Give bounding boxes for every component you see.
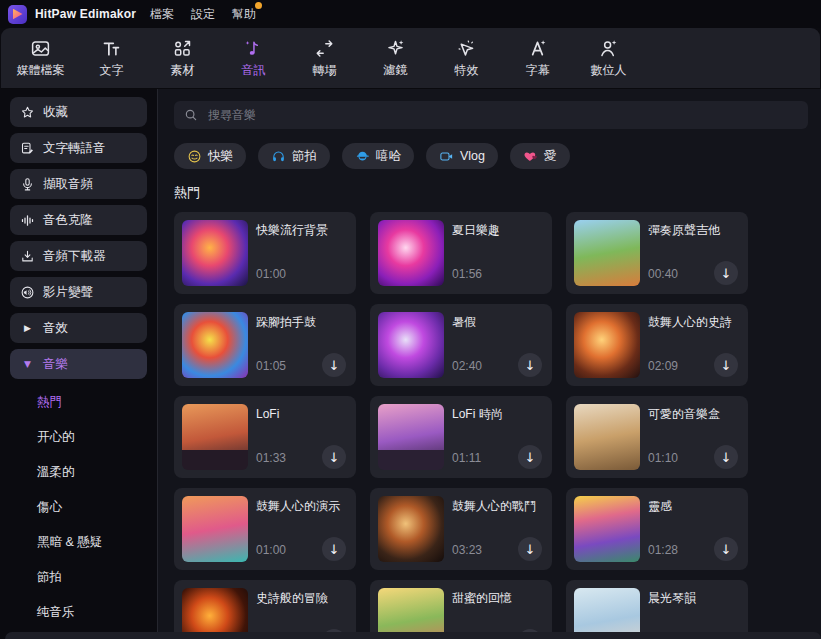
filter-chip-嘻哈[interactable]: 嘻哈 (342, 143, 414, 169)
download-icon: ↓ (329, 450, 340, 465)
download-button[interactable]: ↓ (518, 445, 542, 469)
music-category-开心的[interactable]: 开心的 (10, 420, 147, 455)
download-button[interactable]: ↓ (518, 537, 542, 561)
music-card[interactable]: 史詩般的冒險 01:30↓ (174, 580, 356, 639)
toolbar-item-label: 文字 (100, 62, 124, 79)
music-card[interactable]: 鼓舞人心的演示 01:00↓ (174, 488, 356, 570)
download-button[interactable]: ↓ (322, 537, 346, 561)
search-input[interactable] (206, 107, 798, 123)
toolbar-item-特效[interactable]: 特效 (431, 38, 502, 79)
sidebar-item-收藏[interactable]: 收藏 (10, 97, 147, 127)
sidebar-item-擷取音頻[interactable]: 擷取音頻 (10, 169, 147, 199)
sidebar-item-影片變聲[interactable]: 影片變聲 (10, 277, 147, 307)
sidebar-group-label: 音效 (43, 320, 68, 337)
text-icon (101, 38, 122, 59)
sidebar-item-音頻下載器[interactable]: 音頻下載器 (10, 241, 147, 271)
music-thumbnail (574, 496, 640, 562)
top-toolbar: 媒體檔案 文字 素材 音訊 轉場 濾鏡 特效 字幕 數位人 (1, 28, 820, 89)
download-button[interactable]: ↓ (714, 261, 738, 285)
music-card[interactable]: LoFi 01:33↓ (174, 396, 356, 478)
toolbar-item-媒體檔案[interactable]: 媒體檔案 (5, 38, 76, 79)
music-category-節拍[interactable]: 節拍 (10, 560, 147, 595)
music-card[interactable]: 夏日樂趣 01:56 (370, 212, 552, 294)
toolbar-item-label: 媒體檔案 (17, 62, 65, 79)
chevron-right-icon: ▶ (20, 323, 35, 333)
search-bar[interactable] (174, 101, 808, 129)
sidebar-group-音效[interactable]: ▶ 音效 (10, 313, 147, 343)
download-icon: ↓ (329, 358, 340, 373)
filter-chip-Vlog[interactable]: Vlog (426, 143, 498, 169)
music-thumbnail (574, 312, 640, 378)
voice-clone-icon (20, 213, 35, 228)
mic-icon (20, 177, 35, 192)
filter-chip-快樂[interactable]: 快樂 (174, 143, 246, 169)
bottom-panel-edge (5, 632, 821, 639)
sidebar-item-音色克隆[interactable]: 音色克隆 (10, 205, 147, 235)
filter-chip-愛[interactable]: 愛 (510, 143, 570, 169)
media-icon (30, 38, 51, 59)
download-icon: ↓ (721, 266, 732, 281)
sidebar-item-label: 音頻下載器 (43, 248, 106, 265)
music-card[interactable]: 鼓舞人心的史詩 02:09↓ (566, 304, 748, 386)
download-button[interactable]: ↓ (322, 353, 346, 377)
sidebar-group-音樂[interactable]: ▼ 音樂 (10, 349, 147, 379)
music-category-黑暗 & 懸疑[interactable]: 黑暗 & 懸疑 (10, 525, 147, 560)
title-bar: HitPaw Edimakor 檔案設定幫助 (0, 0, 821, 28)
sidebar-item-label: 文字轉語音 (43, 140, 106, 157)
toolbar-item-label: 音訊 (242, 62, 266, 79)
menu-bar: 檔案設定幫助 (150, 6, 256, 23)
download-icon: ↓ (525, 542, 536, 557)
app-title: HitPaw Edimakor (35, 7, 136, 21)
menu-item-1[interactable]: 設定 (191, 6, 215, 23)
filter-chip-label: 快樂 (208, 148, 233, 165)
music-card[interactable]: 可愛的音樂盒 01:10↓ (566, 396, 748, 478)
music-duration: 00:40 (648, 267, 678, 281)
menu-item-0[interactable]: 檔案 (150, 6, 174, 23)
filter-sparkle-icon (385, 38, 406, 59)
star-icon (20, 105, 35, 120)
download-button[interactable]: ↓ (714, 353, 738, 377)
download-button[interactable]: ↓ (518, 353, 542, 377)
music-thumbnail (378, 220, 444, 286)
download-button[interactable]: ↓ (714, 445, 738, 469)
toolbar-item-label: 數位人 (591, 62, 627, 79)
video-camera-icon (439, 149, 454, 164)
download-button[interactable]: ↓ (322, 445, 346, 469)
toolbar-item-文字[interactable]: 文字 (76, 38, 147, 79)
music-category-纯音乐[interactable]: 纯音乐 (10, 595, 147, 630)
filter-chip-節拍[interactable]: 節拍 (258, 143, 330, 169)
music-card[interactable]: LoFi 時尚 01:11↓ (370, 396, 552, 478)
music-card[interactable]: 晨光琴韻 01:51 (566, 580, 748, 639)
toolbar-item-音訊[interactable]: 音訊 (218, 38, 289, 79)
music-duration: 01:56 (452, 267, 482, 281)
toolbar-item-字幕[interactable]: 字幕 (502, 38, 573, 79)
toolbar-item-濾鏡[interactable]: 濾鏡 (360, 38, 431, 79)
music-card[interactable]: 跺腳拍手鼓 01:05↓ (174, 304, 356, 386)
voice-changer-icon (20, 285, 35, 300)
music-category-傷心[interactable]: 傷心 (10, 490, 147, 525)
download-icon: ↓ (721, 358, 732, 373)
music-category-溫柔的[interactable]: 溫柔的 (10, 455, 147, 490)
music-card[interactable]: 彈奏原聲吉他 00:40↓ (566, 212, 748, 294)
music-card[interactable]: 靈感 01:28↓ (566, 488, 748, 570)
sidebar-groups: ▶ 音效▼ 音樂 (10, 313, 147, 379)
toolbar-item-轉場[interactable]: 轉場 (289, 38, 360, 79)
filter-chip-label: 節拍 (292, 148, 317, 165)
music-card[interactable]: 暑假 02:40↓ (370, 304, 552, 386)
app-logo-play-icon (13, 9, 23, 20)
sidebar-item-文字轉語音[interactable]: 文字轉語音 (10, 133, 147, 163)
music-card[interactable]: 快樂流行背景 01:00 (174, 212, 356, 294)
toolbar-item-數位人[interactable]: 數位人 (573, 38, 644, 79)
music-thumbnail (182, 404, 248, 470)
headphones-icon (271, 149, 286, 164)
sidebar-item-label: 影片變聲 (43, 284, 93, 301)
music-category-熱門[interactable]: 熱門 (10, 385, 147, 420)
menu-item-2[interactable]: 幫助 (232, 6, 256, 23)
download-button[interactable]: ↓ (714, 537, 738, 561)
music-card[interactable]: 鼓舞人心的戰鬥 03:23↓ (370, 488, 552, 570)
music-card[interactable]: 甜蜜的回憶 02:32↓ (370, 580, 552, 639)
sidebar-item-label: 收藏 (43, 104, 68, 121)
subtitle-icon (527, 38, 548, 59)
smiley-icon (187, 149, 202, 164)
toolbar-item-素材[interactable]: 素材 (147, 38, 218, 79)
